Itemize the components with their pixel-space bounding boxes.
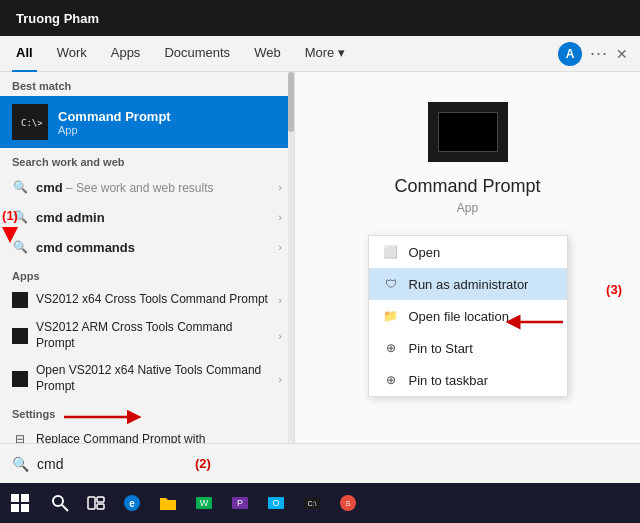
app-icon [12,371,28,387]
svg-text:W: W [200,498,209,508]
svg-text:C:\: C:\ [308,500,317,507]
taskbar-app3[interactable]: O [260,487,292,519]
arrow-icon: › [278,211,282,223]
tab-work[interactable]: Work [53,36,91,72]
app-preview-title: Command Prompt [394,176,540,197]
app-icon [12,292,28,308]
tab-all[interactable]: All [12,36,37,72]
user-bar: Truong Pham [0,0,640,36]
search-icon: 🔍 [12,179,28,195]
search-bar: 🔍 [0,443,640,483]
arrow-down-icon [2,227,18,243]
cmd-preview-icon [438,112,498,152]
user-name: Truong Pham [16,11,99,26]
svg-text:C:\>: C:\> [21,118,42,128]
context-pin-start[interactable]: ⊕ Pin to Start [369,332,567,364]
tab-more[interactable]: More ▾ [301,36,349,72]
search-section-header: Search work and web [0,148,294,172]
taskbar-taskview[interactable] [80,487,112,519]
taskbar-app2[interactable]: P [224,487,256,519]
svg-rect-2 [11,504,19,512]
taskbar-app1[interactable]: W [188,487,220,519]
search-result-2[interactable]: 🔍 cmd commands › [0,232,294,262]
app-item-text: VS2012 x64 Cross Tools Command Prompt [36,292,270,308]
start-button[interactable] [0,483,40,523]
svg-text:O: O [272,498,279,508]
app-item-text: VS2012 ARM Cross Tools Command Prompt [36,320,270,351]
taskbar-edge[interactable]: e [116,487,148,519]
taskbar-app4[interactable]: S [332,487,364,519]
best-match-text: Command Prompt App [58,109,171,136]
arrow-to-runas [505,310,565,334]
annotation-3: (3) [606,282,622,297]
best-match-header: Best match [0,72,294,96]
svg-text:e: e [129,498,135,509]
pin-start-icon: ⊕ [383,340,399,356]
svg-rect-3 [21,504,29,512]
context-run-as-admin[interactable]: 🛡 Run as administrator [369,268,567,300]
right-panel: Command Prompt App ⬜ Open 🛡 Run as admin… [295,72,640,443]
settings-header: Settings [0,400,294,424]
taskbar-search[interactable] [44,487,76,519]
app-preview-sub: App [457,201,478,215]
scrollbar[interactable] [288,72,294,443]
cmd-icon: C:\> [12,104,48,140]
taskbar-cmd[interactable]: C:\ [296,487,328,519]
app-preview-icon [428,102,508,162]
open-icon: ⬜ [383,244,399,260]
taskbar: e W P O C:\ S [0,483,640,523]
app-icon [12,328,28,344]
tab-apps[interactable]: Apps [107,36,145,72]
search-bar-icon: 🔍 [12,456,29,472]
apps-header: Apps [0,262,294,286]
svg-line-5 [62,505,68,511]
settings-item-0[interactable]: ⊟ Replace Command Prompt with [0,424,294,443]
arrow-to-search [62,406,142,428]
scrollbar-thumb [288,72,294,132]
arrow-icon: › [278,294,282,306]
context-open[interactable]: ⬜ Open [369,236,567,268]
taskbar-explorer[interactable] [152,487,184,519]
tab-web[interactable]: Web [250,36,285,72]
svg-text:S: S [345,499,350,508]
best-match-item[interactable]: C:\> Command Prompt App [0,96,294,148]
svg-text:P: P [237,498,243,508]
user-avatar: A [558,42,582,66]
pin-taskbar-icon: ⊕ [383,372,399,388]
close-button[interactable]: ✕ [616,46,628,62]
nav-right: A ··· ✕ [558,42,628,66]
settings-icon: ⊟ [12,431,28,443]
search-result-1[interactable]: 🔍 cmd admin › [0,202,294,232]
taskbar-icons: e W P O C:\ S [40,487,368,519]
nav-tabs: All Work Apps Documents Web More ▾ A ···… [0,36,640,72]
settings-item-text: Replace Command Prompt with [36,432,205,443]
app-item-2[interactable]: Open VS2012 x64 Native Tools Command Pro… [0,357,294,400]
app-item-1[interactable]: VS2012 ARM Cross Tools Command Prompt › [0,314,294,357]
context-pin-taskbar[interactable]: ⊕ Pin to taskbar [369,364,567,396]
search-input[interactable] [37,456,628,472]
annotation-1: (1) [2,208,18,243]
app-item-0[interactable]: VS2012 x64 Cross Tools Command Prompt › [0,286,294,314]
app-item-text: Open VS2012 x64 Native Tools Command Pro… [36,363,270,394]
annotation-2: (2) [195,456,211,471]
search-result-0[interactable]: 🔍 cmd – See work and web results › [0,172,294,202]
arrow-icon: › [278,330,282,342]
start-menu: Truong Pham All Work Apps Documents Web … [0,0,640,483]
svg-rect-1 [21,494,29,502]
arrow-icon: › [278,181,282,193]
svg-rect-0 [11,494,19,502]
main-content: Best match C:\> Command Prompt App Searc… [0,72,640,443]
tab-documents[interactable]: Documents [160,36,234,72]
arrow-icon: › [278,373,282,385]
svg-rect-6 [88,497,95,509]
shield-icon: 🛡 [383,276,399,292]
svg-rect-7 [97,497,104,502]
folder-icon: 📁 [383,308,399,324]
svg-rect-8 [97,504,104,509]
arrow-icon: › [278,241,282,253]
svg-point-4 [53,496,63,506]
left-panel: Best match C:\> Command Prompt App Searc… [0,72,295,443]
nav-options-button[interactable]: ··· [590,43,608,64]
